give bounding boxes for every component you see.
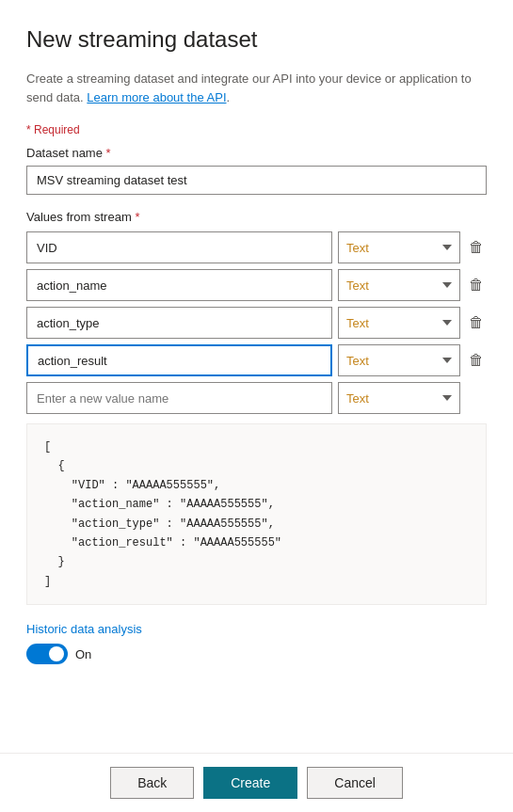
toggle-text: On xyxy=(75,647,91,661)
footer-bar: Back Create Cancel xyxy=(0,753,513,812)
value-name-input-4[interactable] xyxy=(26,344,332,376)
value-name-input-3[interactable] xyxy=(26,307,332,339)
json-preview: [ { "VID" : "AAAAA555555", "action_name"… xyxy=(26,423,487,605)
value-row-3: TextNumberDateTimeBoolean 🗑 xyxy=(26,307,487,339)
toggle-row: On xyxy=(26,644,487,664)
create-button[interactable]: Create xyxy=(203,767,297,799)
type-select-1[interactable]: TextNumberDateTimeBoolean xyxy=(338,231,460,263)
historic-section: Historic data analysis On xyxy=(26,622,487,664)
type-select-3[interactable]: TextNumberDateTimeBoolean xyxy=(338,307,460,339)
historic-toggle[interactable] xyxy=(26,644,68,664)
delete-icon-1[interactable]: 🗑 xyxy=(466,237,487,258)
new-type-select[interactable]: TextNumberDateTimeBoolean xyxy=(338,382,460,414)
delete-icon-2[interactable]: 🗑 xyxy=(466,275,487,295)
values-label: Values from stream * xyxy=(26,210,487,224)
value-row-4: TextNumberDateTimeBoolean 🗑 xyxy=(26,344,487,376)
dataset-name-label: Dataset name * xyxy=(26,146,487,160)
value-name-input-2[interactable] xyxy=(26,269,332,301)
value-name-input-1[interactable] xyxy=(26,231,332,263)
type-select-4[interactable]: TextNumberDateTimeBoolean xyxy=(338,344,460,376)
value-row-new: TextNumberDateTimeBoolean xyxy=(26,382,487,414)
cancel-button[interactable]: Cancel xyxy=(307,767,403,799)
dataset-name-input[interactable] xyxy=(26,166,487,195)
required-note: * Required xyxy=(26,123,487,136)
delete-icon-3[interactable]: 🗑 xyxy=(466,312,487,333)
delete-icon-4[interactable]: 🗑 xyxy=(466,350,487,371)
value-row-1: TextNumberDateTimeBoolean 🗑 xyxy=(26,231,487,263)
type-select-2[interactable]: TextNumberDateTimeBoolean xyxy=(338,269,460,301)
api-link[interactable]: Learn more about the API xyxy=(87,90,226,104)
historic-label: Historic data analysis xyxy=(26,622,487,636)
value-row-2: TextNumberDateTimeBoolean 🗑 xyxy=(26,269,487,301)
new-value-name-input[interactable] xyxy=(26,382,332,414)
back-button[interactable]: Back xyxy=(110,767,194,799)
page-description: Create a streaming dataset and integrate… xyxy=(26,70,487,106)
page-title: New streaming dataset xyxy=(26,26,487,53)
